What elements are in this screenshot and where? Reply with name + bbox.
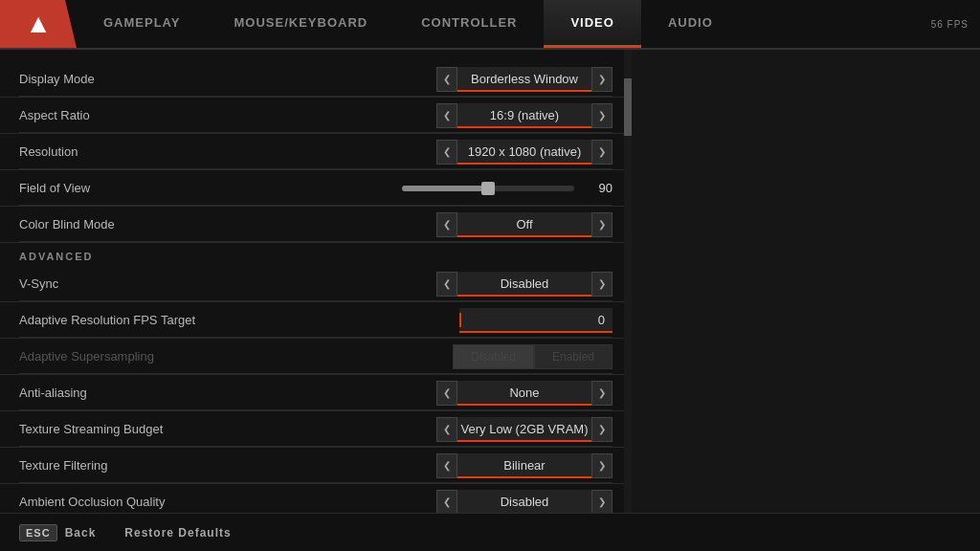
adaptive-super-toggle: Disabled Enabled	[453, 344, 612, 369]
fov-slider-track[interactable]	[402, 186, 574, 191]
adaptive-super-row: Adaptive Supersampling Disabled Enabled	[0, 339, 632, 375]
color-blind-row: Color Blind Mode ❮ Off ❯	[0, 207, 632, 243]
nav-tabs: GAMEPLAY MOUSE/KEYBOARD CONTROLLER VIDEO…	[77, 0, 920, 48]
fov-control: 90	[306, 181, 612, 195]
adaptive-res-control: 0	[306, 308, 612, 333]
resolution-next[interactable]: ❯	[591, 140, 612, 165]
settings-panel: Display Mode ❮ Borderless Window ❯ Aspec…	[0, 50, 632, 513]
ambient-occlusion-row: Ambient Occlusion Quality ❮ Disabled ❯	[0, 484, 632, 513]
adaptive-super-enabled-btn[interactable]: Enabled	[534, 344, 612, 369]
adaptive-res-row: Adaptive Resolution FPS Target 0	[0, 302, 632, 339]
fov-value: 90	[584, 181, 612, 195]
tab-gameplay[interactable]: GAMEPLAY	[77, 0, 207, 48]
ambient-occlusion-next[interactable]: ❯	[591, 490, 612, 514]
ambient-occlusion-label: Ambient Occlusion Quality	[19, 495, 306, 509]
resolution-label: Resolution	[19, 144, 306, 159]
scrollbar[interactable]	[624, 50, 632, 513]
texture-budget-next[interactable]: ❯	[591, 417, 612, 442]
fov-label: Field of View	[19, 181, 306, 195]
display-mode-prev[interactable]: ❮	[436, 67, 457, 92]
fov-slider-fill	[402, 186, 488, 191]
resolution-control: ❮ 1920 x 1080 (native) ❯	[306, 140, 612, 165]
fps-counter: 56 FPS	[920, 0, 980, 48]
texture-filter-label: Texture Filtering	[19, 458, 306, 473]
fov-slider-thumb[interactable]	[481, 182, 495, 195]
texture-filter-control: ❮ Bilinear ❯	[306, 453, 612, 478]
texture-filter-row: Texture Filtering ❮ Bilinear ❯	[0, 448, 632, 484]
logo-area: ▲	[0, 0, 77, 48]
anti-aliasing-value: None	[457, 381, 591, 406]
display-mode-value: Borderless Window	[457, 67, 591, 92]
texture-budget-prev[interactable]: ❮	[436, 417, 457, 442]
vsync-label: V-Sync	[19, 276, 306, 291]
ambient-occlusion-control: ❮ Disabled ❯	[306, 490, 612, 514]
adaptive-super-disabled-btn[interactable]: Disabled	[453, 344, 534, 369]
fov-row: Field of View 90	[0, 170, 632, 207]
color-blind-control: ❮ Off ❯	[306, 212, 612, 237]
resolution-row: Resolution ❮ 1920 x 1080 (native) ❯	[0, 134, 632, 170]
adaptive-res-label: Adaptive Resolution FPS Target	[19, 313, 306, 327]
settings-wrapper: Display Mode ❮ Borderless Window ❯ Aspec…	[0, 50, 632, 513]
display-mode-control: ❮ Borderless Window ❯	[306, 67, 612, 92]
apex-logo-icon: ▲	[25, 9, 52, 39]
adaptive-super-label: Adaptive Supersampling	[19, 349, 306, 364]
ambient-occlusion-prev[interactable]: ❮	[436, 490, 457, 514]
texture-filter-value: Bilinear	[457, 453, 591, 478]
texture-filter-prev[interactable]: ❮	[436, 453, 457, 478]
tab-video[interactable]: VIDEO	[544, 0, 640, 48]
anti-aliasing-label: Anti-aliasing	[19, 386, 306, 400]
adaptive-super-control: Disabled Enabled	[306, 344, 612, 369]
vsync-next[interactable]: ❯	[591, 272, 612, 297]
main-content: Display Mode ❮ Borderless Window ❯ Aspec…	[0, 50, 980, 513]
aspect-ratio-prev[interactable]: ❮	[436, 103, 457, 128]
color-blind-label: Color Blind Mode	[19, 217, 306, 231]
texture-budget-value: Very Low (2GB VRAM)	[457, 417, 591, 442]
aspect-ratio-value: 16:9 (native)	[457, 103, 591, 128]
display-mode-label: Display Mode	[19, 72, 306, 86]
anti-aliasing-prev[interactable]: ❮	[436, 381, 457, 406]
vsync-control: ❮ Disabled ❯	[306, 272, 612, 297]
esc-key-badge: ESC	[19, 524, 57, 541]
aspect-ratio-next[interactable]: ❯	[591, 103, 612, 128]
resolution-value: 1920 x 1080 (native)	[457, 140, 591, 165]
aspect-ratio-control: ❮ 16:9 (native) ❯	[306, 103, 612, 128]
color-blind-next[interactable]: ❯	[591, 212, 612, 237]
anti-aliasing-row: Anti-aliasing ❮ None ❯	[0, 375, 632, 411]
adaptive-res-input[interactable]: 0	[459, 308, 612, 333]
vsync-prev[interactable]: ❮	[436, 272, 457, 297]
texture-budget-label: Texture Streaming Budget	[19, 422, 306, 436]
resolution-prev[interactable]: ❮	[436, 140, 457, 165]
advanced-section-header: ADVANCED	[0, 243, 632, 266]
bottom-bar: ESC Back Restore Defaults	[0, 513, 980, 551]
vsync-value: Disabled	[457, 272, 591, 297]
aspect-ratio-row: Aspect Ratio ❮ 16:9 (native) ❯	[0, 98, 632, 134]
right-panel	[632, 50, 980, 513]
texture-filter-next[interactable]: ❯	[591, 453, 612, 478]
anti-aliasing-control: ❮ None ❯	[306, 381, 612, 406]
tab-audio[interactable]: AUDIO	[641, 0, 740, 48]
fov-slider-container: 90	[306, 181, 612, 195]
restore-defaults-button[interactable]: Restore Defaults	[124, 526, 231, 540]
tab-controller[interactable]: CONTROLLER	[394, 0, 544, 48]
ambient-occlusion-value: Disabled	[457, 490, 591, 514]
color-blind-value: Off	[457, 212, 591, 237]
scrollbar-thumb[interactable]	[624, 78, 632, 136]
display-mode-row: Display Mode ❮ Borderless Window ❯	[0, 61, 632, 98]
top-bar: ▲ GAMEPLAY MOUSE/KEYBOARD CONTROLLER VID…	[0, 0, 980, 50]
texture-budget-control: ❮ Very Low (2GB VRAM) ❯	[306, 417, 612, 442]
vsync-row: V-Sync ❮ Disabled ❯	[0, 266, 632, 302]
restore-defaults-label: Restore Defaults	[124, 526, 231, 540]
back-label: Back	[65, 526, 97, 540]
color-blind-prev[interactable]: ❮	[436, 212, 457, 237]
tab-mouse-keyboard[interactable]: MOUSE/KEYBOARD	[207, 0, 394, 48]
adaptive-res-value: 0	[459, 313, 612, 327]
aspect-ratio-label: Aspect Ratio	[19, 108, 306, 122]
texture-budget-row: Texture Streaming Budget ❮ Very Low (2GB…	[0, 411, 632, 448]
anti-aliasing-next[interactable]: ❯	[591, 381, 612, 406]
back-button[interactable]: ESC Back	[19, 524, 96, 541]
display-mode-next[interactable]: ❯	[591, 67, 612, 92]
